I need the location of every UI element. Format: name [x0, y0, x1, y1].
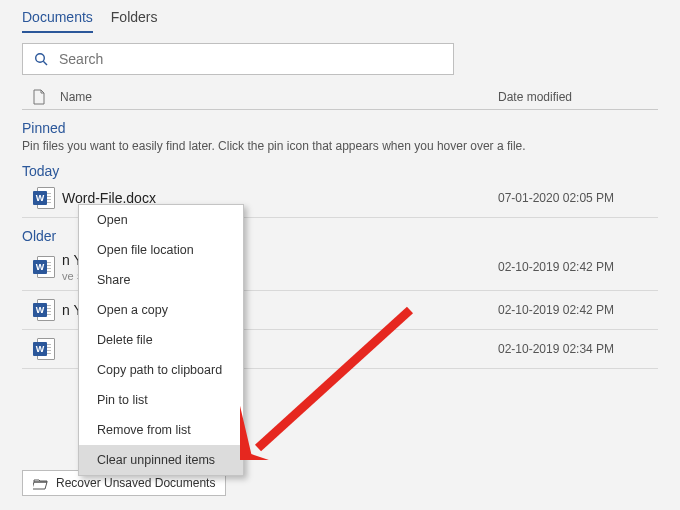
file-date: 02-10-2019 02:34 PM	[498, 342, 658, 356]
file-date: 02-10-2019 02:42 PM	[498, 260, 658, 274]
ctx-pin[interactable]: Pin to list	[79, 385, 243, 415]
ctx-copy-path[interactable]: Copy path to clipboard	[79, 355, 243, 385]
word-file-icon: W	[33, 338, 55, 360]
section-pinned-title: Pinned	[22, 120, 658, 136]
file-date: 02-10-2019 02:42 PM	[498, 303, 658, 317]
col-date-label: Date modified	[498, 90, 658, 104]
folder-open-icon	[33, 477, 49, 490]
tabs: Documents Folders	[22, 0, 658, 33]
column-headers: Name Date modified	[22, 85, 658, 110]
ctx-share[interactable]: Share	[79, 265, 243, 295]
word-file-icon: W	[33, 256, 55, 278]
section-pinned-hint: Pin files you want to easily find later.…	[22, 139, 658, 153]
context-menu: Open Open file location Share Open a cop…	[78, 204, 244, 476]
search-box[interactable]	[22, 43, 454, 75]
svg-point-0	[36, 54, 45, 63]
tab-documents[interactable]: Documents	[22, 5, 93, 33]
search-icon	[33, 51, 49, 67]
word-file-icon: W	[33, 299, 55, 321]
col-name-label: Name	[60, 90, 92, 104]
search-input[interactable]	[59, 51, 443, 67]
ctx-open-copy[interactable]: Open a copy	[79, 295, 243, 325]
ctx-open-location[interactable]: Open file location	[79, 235, 243, 265]
ctx-open[interactable]: Open	[79, 205, 243, 235]
ctx-clear-unpinned[interactable]: Clear unpinned items	[79, 445, 243, 475]
tab-folders[interactable]: Folders	[111, 5, 158, 33]
file-date: 07-01-2020 02:05 PM	[498, 191, 658, 205]
section-today-title: Today	[22, 163, 658, 179]
svg-line-1	[43, 61, 47, 65]
recover-label: Recover Unsaved Documents	[56, 476, 215, 490]
file-icon	[32, 89, 46, 105]
ctx-remove[interactable]: Remove from list	[79, 415, 243, 445]
word-file-icon: W	[33, 187, 55, 209]
ctx-delete[interactable]: Delete file	[79, 325, 243, 355]
